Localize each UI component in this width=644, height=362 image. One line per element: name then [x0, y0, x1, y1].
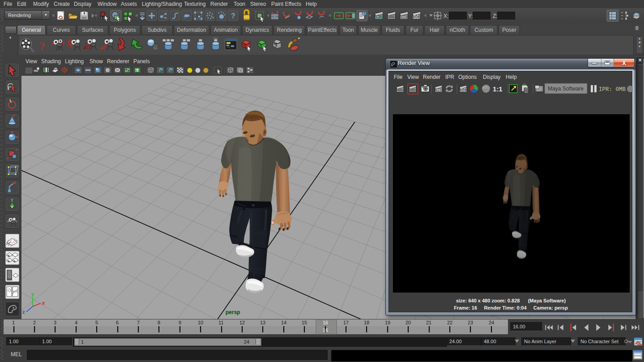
svg-text:5: 5 [95, 320, 98, 325]
svg-text:Maya Software: Maya Software [548, 86, 584, 92]
svg-text:13: 13 [260, 320, 265, 325]
svg-text:23: 23 [468, 320, 473, 325]
svg-text:18: 18 [364, 320, 369, 325]
svg-text:persp: persp [226, 309, 240, 315]
svg-text:8: 8 [158, 320, 160, 325]
svg-text:24: 24 [489, 320, 494, 325]
svg-text:16: 16 [323, 328, 328, 333]
svg-text:19: 19 [385, 320, 390, 325]
svg-text:14: 14 [281, 320, 286, 325]
svg-text:IPR: IPR [401, 16, 406, 18]
svg-text:X:: X: [444, 13, 448, 19]
svg-text:17: 17 [343, 320, 349, 325]
svg-text:21: 21 [426, 320, 431, 325]
svg-text:20: 20 [405, 320, 411, 325]
svg-text:1: 1 [12, 320, 15, 325]
svg-text:15: 15 [302, 320, 307, 325]
svg-text:?: ? [39, 40, 45, 53]
svg-text:9: 9 [179, 320, 181, 325]
svg-text:y: y [31, 291, 34, 297]
svg-text:z: z [22, 309, 25, 315]
svg-text:7: 7 [137, 320, 140, 325]
svg-text:1:1: 1:1 [493, 85, 503, 93]
svg-text:11: 11 [218, 320, 223, 325]
svg-text:10: 10 [198, 320, 203, 325]
svg-text:4: 4 [75, 320, 77, 325]
svg-text:T: T [136, 68, 139, 73]
svg-text:3: 3 [54, 320, 56, 325]
svg-text:2: 2 [33, 320, 36, 325]
svg-text:12: 12 [239, 320, 245, 325]
svg-text:?: ? [231, 12, 235, 20]
svg-text:x: x [42, 300, 45, 306]
svg-text:22: 22 [447, 320, 452, 325]
svg-text:IPR: 0MB: IPR: 0MB [599, 86, 626, 93]
svg-text:IPR: IPR [436, 89, 440, 91]
svg-text:16: 16 [323, 320, 328, 325]
svg-text:6: 6 [116, 320, 119, 325]
